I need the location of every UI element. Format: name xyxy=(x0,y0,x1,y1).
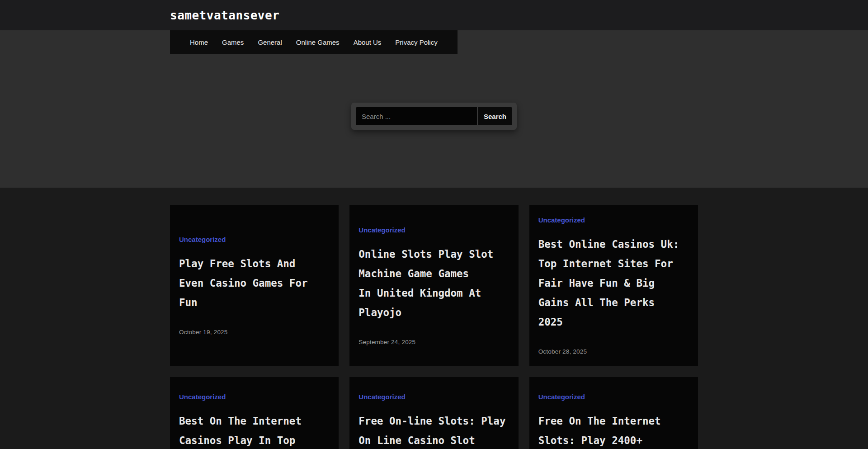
post-card: Uncategorized Online Slots Play Slot Mac… xyxy=(349,205,518,366)
post-card: Uncategorized Free On-line Slots: Play O… xyxy=(349,377,518,449)
nav-item-about-us[interactable]: About Us xyxy=(354,38,382,46)
post-category-link[interactable]: Uncategorized xyxy=(179,393,226,401)
posts-grid: Uncategorized Play Free Slots And Even C… xyxy=(170,205,698,449)
post-category-link[interactable]: Uncategorized xyxy=(179,236,226,243)
post-date: October 28, 2025 xyxy=(538,348,689,355)
search-area: Search xyxy=(0,103,868,130)
main-nav: Home Games General Online Games About Us… xyxy=(170,30,458,54)
post-title-link[interactable]: Free On The Internet Slots: Play 2400+ xyxy=(538,411,689,449)
post-title-link[interactable]: Free On-line Slots: Play On Line Casino … xyxy=(359,411,509,449)
post-category-link[interactable]: Uncategorized xyxy=(359,226,405,234)
site-title[interactable]: sametvatansever xyxy=(170,9,698,22)
post-category-link[interactable]: Uncategorized xyxy=(359,393,405,401)
post-card: Uncategorized Play Free Slots And Even C… xyxy=(170,205,339,366)
nav-item-home[interactable]: Home xyxy=(190,38,208,46)
post-title-link[interactable]: Play Free Slots And Even Casino Games Fo… xyxy=(179,254,330,312)
nav-item-general[interactable]: General xyxy=(258,38,282,46)
post-card: Uncategorized Free On The Internet Slots… xyxy=(529,377,698,449)
post-title-link[interactable]: Best Online Casinos Uk: Top Internet Sit… xyxy=(538,235,689,332)
nav-item-privacy-policy[interactable]: Privacy Policy xyxy=(395,38,437,46)
nav-item-online-games[interactable]: Online Games xyxy=(296,38,340,46)
post-card: Uncategorized Best On The Internet Casin… xyxy=(170,377,339,449)
post-category-link[interactable]: Uncategorized xyxy=(538,216,585,224)
hero-section: Home Games General Online Games About Us… xyxy=(0,30,868,188)
post-date: September 24, 2025 xyxy=(359,339,509,345)
search-button[interactable]: Search xyxy=(478,107,512,125)
post-date: October 19, 2025 xyxy=(179,329,330,336)
nav-item-games[interactable]: Games xyxy=(222,38,244,46)
post-card: Uncategorized Best Online Casinos Uk: To… xyxy=(529,205,698,366)
search-form: Search xyxy=(351,103,517,130)
posts-section: Uncategorized Play Free Slots And Even C… xyxy=(0,188,868,449)
post-title-link[interactable]: Online Slots Play Slot Machine Game Game… xyxy=(359,245,509,322)
post-category-link[interactable]: Uncategorized xyxy=(538,393,585,401)
site-header: sametvatansever xyxy=(0,0,868,30)
search-input[interactable] xyxy=(356,107,477,125)
post-title-link[interactable]: Best On The Internet Casinos Play In Top xyxy=(179,411,330,449)
